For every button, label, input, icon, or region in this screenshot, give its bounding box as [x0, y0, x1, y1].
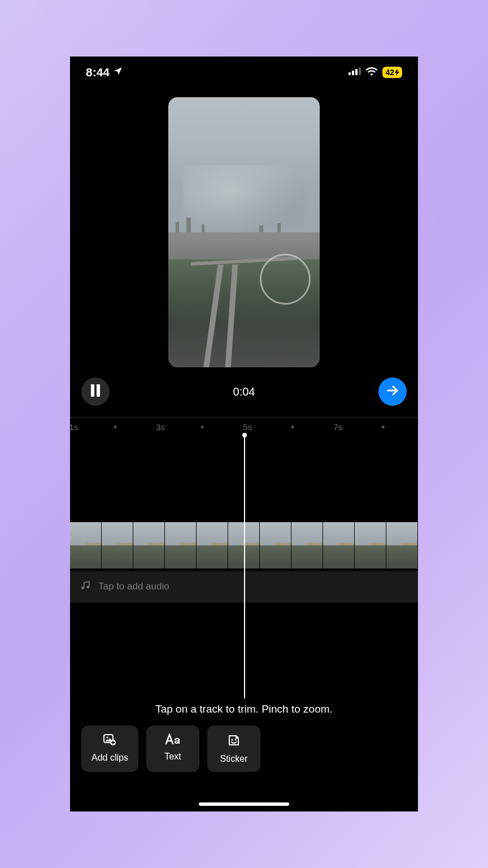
playhead[interactable]	[244, 433, 245, 698]
status-time: 8:44	[86, 66, 110, 79]
svg-rect-3	[359, 67, 361, 75]
timeline-ruler[interactable]: 1s 3s 5s 7s	[70, 417, 418, 433]
thumbnail	[197, 522, 228, 568]
home-indicator[interactable]	[199, 802, 289, 806]
ruler-mark: 5s	[243, 422, 252, 432]
signal-icon	[348, 67, 361, 77]
svg-point-14	[231, 739, 233, 741]
svg-rect-5	[97, 384, 100, 397]
svg-rect-1	[352, 71, 354, 75]
svg-point-7	[81, 587, 84, 589]
sticker-button[interactable]: Sticker	[207, 726, 260, 772]
thumbnail	[355, 522, 386, 568]
ruler-mark: 7s	[333, 422, 342, 432]
tool-label: Sticker	[220, 754, 247, 764]
add-clips-button[interactable]: Add clips	[81, 726, 138, 772]
thumbnail	[102, 522, 133, 568]
location-icon	[113, 66, 123, 79]
arrow-right-icon	[386, 384, 399, 400]
thumbnail	[70, 522, 102, 568]
svg-point-15	[234, 739, 236, 741]
ruler-dot	[201, 426, 204, 428]
svg-point-8	[86, 585, 89, 588]
svg-rect-0	[348, 72, 351, 75]
battery-indicator: 42	[382, 67, 402, 78]
next-button[interactable]	[378, 377, 407, 406]
timeline-track-area[interactable]: Tap to add audio	[70, 433, 418, 698]
playback-time: 0:04	[233, 385, 255, 398]
video-preview[interactable]	[168, 97, 320, 367]
pause-button[interactable]	[81, 377, 110, 406]
svg-rect-4	[91, 384, 94, 397]
tool-label: Text	[164, 752, 181, 762]
text-icon	[165, 734, 180, 747]
ruler-dot	[291, 426, 294, 428]
hint-text: Tap on a track to trim. Pinch to zoom.	[70, 698, 418, 726]
ruler-dot	[114, 426, 117, 428]
thumbnail	[386, 522, 418, 568]
ruler-dot	[382, 426, 385, 428]
pause-icon	[90, 384, 101, 399]
thumbnail	[291, 522, 323, 568]
thumbnail	[133, 522, 165, 568]
text-button[interactable]: Text	[146, 726, 199, 772]
svg-point-10	[107, 737, 108, 739]
status-bar: 8:44 42	[70, 57, 418, 88]
ruler-mark: 3s	[156, 422, 165, 432]
music-note-icon	[80, 580, 90, 593]
add-clips-icon	[103, 734, 116, 748]
audio-placeholder: Tap to add audio	[98, 581, 169, 592]
tool-label: Add clips	[91, 753, 128, 763]
thumbnail	[165, 522, 197, 568]
ruler-mark: 1s	[70, 422, 78, 432]
thumbnail	[260, 522, 291, 568]
sticker-icon	[227, 734, 241, 749]
wifi-icon	[365, 67, 378, 78]
thumbnail	[323, 522, 355, 568]
svg-rect-2	[355, 69, 358, 75]
